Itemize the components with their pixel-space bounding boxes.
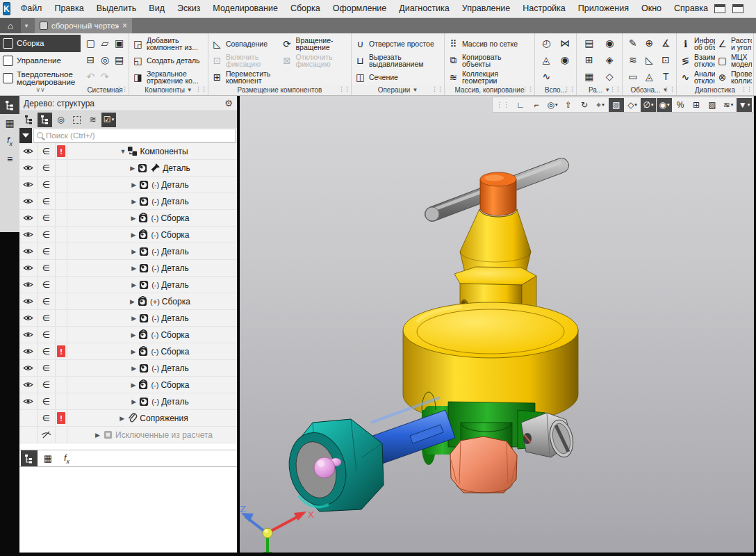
dimension-table-icon[interactable]: ▦ [582, 70, 596, 83]
tree-row-12[interactable]: ∈!▶(-)Сборка [19, 343, 237, 360]
tree-row-7[interactable]: ∈▶(-)Деталь [19, 260, 237, 277]
section-grip-icon[interactable]: ⋮⋮ [664, 85, 675, 92]
visibility-cell[interactable] [19, 243, 38, 259]
menu-9[interactable]: Управление [456, 0, 517, 17]
panel-menu-button[interactable]: ≡ [0, 150, 19, 168]
shaded-display-button[interactable]: ▧ [609, 98, 624, 112]
button-collision-check[interactable]: ⊗Проверка коллизий [715, 69, 752, 85]
button-geometry-collection[interactable]: ≋Коллекция геометрии [446, 69, 533, 85]
menu-5[interactable]: Моделирование [206, 0, 284, 17]
local-cs-icon[interactable]: ◉ [558, 53, 572, 67]
tree-row-5[interactable]: ∈▶(-)Сборка [19, 227, 237, 243]
tree-row-4[interactable]: ∈▶(-)Сборка [19, 210, 237, 227]
clip-region-button[interactable]: ▨ [705, 98, 720, 112]
panel-tree-button[interactable] [0, 96, 19, 114]
tree-row-15[interactable]: ∈▶(-)Деталь [19, 393, 237, 410]
menu-13[interactable]: Справка [668, 0, 714, 17]
marking-icon[interactable]: ▭ [626, 70, 640, 83]
tab-tree-structure[interactable] [21, 450, 38, 466]
dimension-diameter-icon[interactable]: ◈ [602, 53, 616, 67]
button-mirror-components[interactable]: ◨Зеркальное отражение ко... [131, 69, 206, 85]
include-cell[interactable]: ∈ [38, 360, 56, 376]
caret-collapsed-icon[interactable]: ▶ [131, 281, 137, 288]
section-grip-icon[interactable]: ⋮⋮ [116, 85, 127, 92]
include-cell[interactable]: ∈ [38, 193, 56, 209]
section-label[interactable]: Размещение компонентов⋮⋮ [208, 85, 351, 95]
mode-tab-0[interactable]: Сборка [0, 35, 81, 52]
menu-0[interactable]: Файл [15, 0, 49, 17]
save-icon[interactable]: ▣ [113, 36, 126, 50]
include-cell[interactable]: ∈ [38, 293, 56, 309]
tree-item[interactable]: ▶(-)Сборка [67, 210, 237, 226]
caret-collapsed-icon[interactable]: ▶ [131, 365, 137, 372]
view-orientation-button[interactable]: ∟ [513, 98, 528, 112]
tree-item[interactable]: ▶(-)Сборка [67, 327, 237, 343]
button-deviation-analysis[interactable]: ∿Анализ отклонений [678, 69, 715, 85]
windows-button[interactable]: ⊞ [689, 98, 704, 112]
button-move-component[interactable]: ⊞Переместить компонент [210, 69, 280, 85]
viewport-3d[interactable]: ⋮⋮∟⌐◎▾⇧↻⌖▾▧◇▾∅▾◉▾%⊞▨≋▾▼▾ [240, 96, 754, 553]
menu-2[interactable]: Выделить [90, 0, 143, 17]
conditional-icon[interactable]: ◬ [642, 70, 656, 83]
spline-icon[interactable]: ∿ [539, 70, 553, 83]
visibility-cell[interactable] [19, 410, 38, 426]
zoom-button[interactable]: ◎▾ [545, 98, 560, 112]
visibility-cell[interactable] [19, 310, 38, 326]
part-yellow-neck[interactable] [460, 209, 531, 272]
caret-collapsed-icon[interactable]: ▶ [131, 231, 136, 238]
coordinate-systems-button[interactable]: ⌖▾ [593, 98, 608, 112]
home-caret-icon[interactable]: ▾ [21, 18, 32, 33]
menu-4[interactable]: Эскиз [171, 0, 206, 17]
search-box[interactable] [33, 129, 236, 142]
caret-collapsed-icon[interactable]: ▶ [131, 348, 136, 355]
tree-item[interactable]: ▶(-)Деталь [67, 260, 237, 276]
button-distance-angle[interactable]: ∠Расстояние и угол [715, 35, 752, 52]
rotate-button[interactable]: ↻ [577, 98, 592, 112]
construction-axis-icon[interactable]: ◴ [539, 36, 553, 50]
dimension-angular-icon[interactable]: ⊞ [582, 53, 596, 67]
tolerance-icon[interactable]: ◺ [642, 53, 656, 67]
visibility-cell[interactable] [19, 343, 38, 359]
search-components-button[interactable]: ◎ [54, 113, 68, 127]
include-cell[interactable] [38, 427, 56, 443]
include-cell[interactable]: ∈ [38, 143, 56, 159]
section-label[interactable]: Диагностика⋮⋮ [677, 85, 753, 95]
tree-item[interactable]: ▶(-)Сборка [67, 227, 237, 243]
section-label[interactable]: Ра...▼⋮⋮ [577, 85, 622, 95]
caret-collapsed-icon[interactable]: ▶ [95, 432, 101, 439]
tree-row-13[interactable]: ∈▶(-)Деталь [19, 360, 237, 377]
tab-parameters[interactable]: ▦ [40, 450, 56, 466]
window-restore-icon[interactable] [714, 4, 725, 13]
tree-row-8[interactable]: ∈▶(-)Деталь [19, 277, 237, 293]
window-screens-icon[interactable] [732, 4, 743, 13]
tree-item[interactable]: ▶Деталь [67, 160, 237, 176]
app-logo-icon[interactable]: K [3, 2, 10, 15]
open-document-icon[interactable]: ▱ [98, 36, 112, 50]
home-button[interactable]: ⌂ [0, 18, 21, 33]
section-label[interactable]: Компоненты▼⋮⋮ [129, 85, 208, 95]
tree-item[interactable]: ▶Исключенные из расчета [67, 427, 237, 443]
caret-collapsed-icon[interactable]: ▶ [131, 332, 136, 338]
include-cell[interactable]: ∈ [38, 277, 56, 293]
show-objects-button[interactable]: ◉▾ [657, 98, 672, 112]
tree-row-16[interactable]: ∈!▶Сопряжения [19, 410, 237, 427]
visibility-cell[interactable] [19, 193, 38, 209]
menu-1[interactable]: Правка [48, 0, 90, 17]
section-grip-icon[interactable]: ⋮⋮ [195, 85, 206, 92]
section-label[interactable]: Операции▼⋮⋮ [352, 85, 444, 95]
visibility-cell[interactable] [19, 210, 38, 226]
caret-collapsed-icon[interactable]: ▶ [130, 165, 135, 172]
ribbon-collapse-chevron[interactable]: ∨∨ [0, 86, 81, 93]
menu-7[interactable]: Оформление [327, 0, 393, 17]
pan-button[interactable]: ⇧ [561, 98, 576, 112]
search-input[interactable] [46, 131, 232, 140]
visibility-cell[interactable] [19, 377, 38, 393]
construction-plane-icon[interactable]: ◬ [539, 53, 553, 67]
layers-button[interactable]: ≋ [85, 113, 100, 127]
include-cell[interactable]: ∈ [38, 343, 56, 359]
include-cell[interactable]: ∈ [38, 310, 56, 326]
section-label[interactable]: Системная⋮⋮ [81, 85, 129, 95]
menu-12[interactable]: Окно [635, 0, 668, 17]
caret-collapsed-icon[interactable]: ▶ [131, 398, 137, 405]
visibility-cell[interactable] [19, 360, 38, 376]
